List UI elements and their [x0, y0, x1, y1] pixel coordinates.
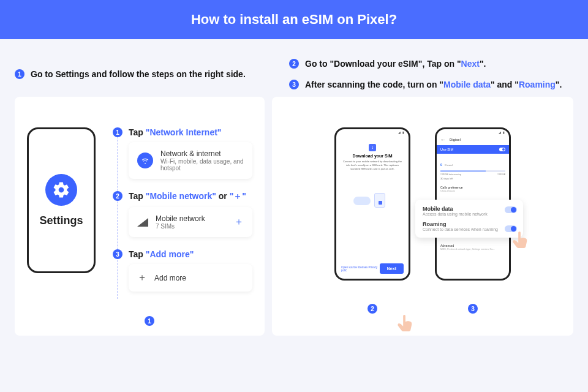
download-sim-desc: Connect to your mobile network by downlo… [341, 160, 404, 171]
panels-row: Settings 1 Tap "Network Internet" Networ… [0, 97, 588, 336]
back-arrow-icon[interactable]: ← [440, 137, 446, 143]
roaming-title: Roaming [423, 221, 500, 227]
panel-1: Settings 1 Tap "Network Internet" Networ… [15, 97, 265, 336]
wifi-icon [137, 153, 153, 168]
add-more-card[interactable]: ＋ Add more [129, 264, 252, 292]
intro-step-1-text: Go to Settings and follow the steps on t… [31, 69, 246, 79]
add-more-link: "Add more" [146, 249, 194, 259]
roaming-link-text: Roaming [519, 80, 556, 89]
advanced-row[interactable]: Advanced MMS, Preferred network type, Se… [437, 241, 509, 254]
intro-right: 2 Go to "Download your eSIM", Tap on "Ne… [289, 59, 573, 89]
cloud-icon [353, 197, 371, 205]
carrier-name: Digicel [450, 138, 461, 141]
intro-step-2-pre: Go to "Download your eSIM", Tap on " [305, 59, 461, 69]
intro-left: 1 Go to Settings and follow the steps on… [15, 59, 265, 89]
data-usage-bar [440, 170, 505, 172]
intro-section: 1 Go to Settings and follow the steps on… [0, 39, 588, 97]
gear-icon [45, 174, 77, 206]
mobile-data-title: Mobile data [423, 206, 500, 212]
data-used-value: 0 [440, 163, 442, 167]
tap-indicator-icon [396, 314, 414, 332]
plus-icon: ＋ [137, 271, 147, 284]
page-header: How to install an eSIM on Pixel? [0, 0, 588, 39]
phone-mock-2: ◢ ▮ Download your SIM Connect to your mo… [334, 127, 410, 323]
sim-illustration [351, 188, 394, 219]
step-number-2: 2 [289, 59, 299, 69]
panel-badge-3: 3 [468, 304, 478, 314]
panel-2-3: ◢ ▮ Download your SIM Connect to your mo… [272, 97, 573, 336]
data-cap-label: 2.00 GB [497, 173, 505, 176]
mobile-network-card[interactable]: Mobile network 7 SIMs ＋ [129, 207, 252, 237]
data-days-left: 30 days left [440, 177, 505, 180]
data-used-unit: B used [445, 164, 452, 167]
sim-card-icon [374, 193, 385, 208]
card-subtitle: 7 SIMs [156, 223, 205, 230]
substep-number-3: 3 [113, 249, 123, 259]
intro-step-3-pre: After scanning the code, turn on " [305, 80, 443, 89]
panel-badge-1: 1 [145, 316, 154, 326]
phone-mock-3: ◢ ▮ ← Digicel Use SIM 0 B used 2.00 GB d… [435, 127, 511, 323]
download-sim-title: Download your SIM [341, 154, 404, 158]
steps-column: 1 Tap "Network Internet" Network & inter… [113, 127, 252, 323]
license-links[interactable]: Open source licenses Privacy polic [341, 266, 380, 272]
roaming-sub: Connect to data services when roaming [423, 227, 500, 232]
step-number-3: 3 [289, 80, 299, 89]
use-sim-row[interactable]: Use SIM [437, 145, 509, 154]
calls-preference-row[interactable]: Calls preference China Unicom [437, 183, 509, 195]
download-icon [369, 144, 376, 151]
status-bar: ◢ ▮ [336, 129, 409, 135]
mobile-data-sub: Access data using mobile network [423, 212, 500, 216]
page-title: How to install an eSIM on Pixel? [191, 12, 397, 28]
signal-icon [137, 218, 148, 227]
toggles-overlay: Mobile data Access data using mobile net… [415, 200, 523, 238]
intro-step-3-mid: " and " [491, 80, 519, 89]
mobile-data-toggle[interactable] [505, 206, 517, 213]
use-sim-toggle[interactable] [499, 148, 505, 151]
plus-link: "＋" [230, 191, 246, 201]
intro-step-3-post: ". [556, 80, 562, 89]
data-warning-label: 2.00 GB data warning [440, 173, 461, 176]
card-title: Mobile network [156, 214, 205, 223]
mobile-data-link-text: Mobile data [443, 80, 491, 89]
panel-badge-2: 2 [368, 304, 377, 314]
substep-number-2: 2 [113, 191, 123, 201]
mobile-network-link: "Mobile network" [146, 191, 216, 201]
card-title: Add more [154, 274, 186, 282]
next-link-text: Next [461, 59, 480, 69]
next-button[interactable]: Next [380, 263, 404, 274]
card-title: Network & internet [160, 149, 244, 158]
network-internet-card[interactable]: Network & internet Wi-Fi, mobile, data u… [129, 142, 252, 179]
card-subtitle: Wi-Fi, mobile, data usage, and hotspot [160, 158, 244, 172]
substep-number-1: 1 [113, 127, 123, 137]
step-number-1: 1 [15, 69, 24, 79]
use-sim-label: Use SIM [440, 148, 453, 151]
plus-icon[interactable]: ＋ [234, 216, 244, 228]
settings-phone-mock: Settings [27, 127, 96, 273]
network-internet-link: "Network Internet" [146, 127, 222, 137]
carrier-header: ← Digicel [437, 135, 509, 144]
intro-step-2-post: ". [480, 59, 486, 69]
settings-label: Settings [39, 214, 83, 227]
tap-indicator-icon [511, 230, 529, 249]
status-bar: ◢ ▮ [437, 129, 509, 135]
